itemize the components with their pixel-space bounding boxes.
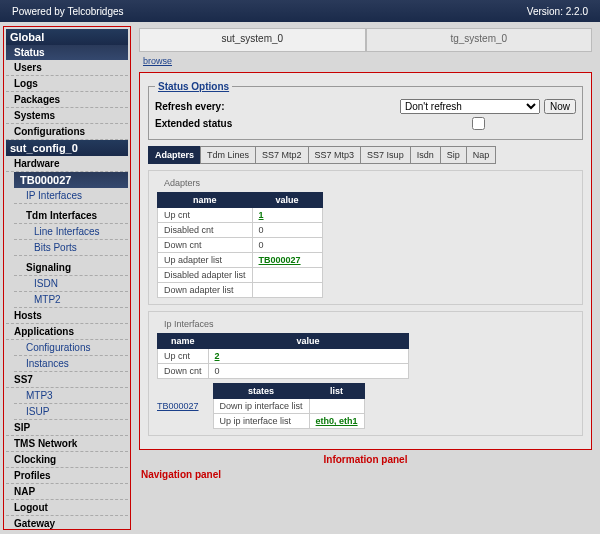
nav-signaling[interactable]: Signaling [14,260,128,276]
table-cell: 0 [252,238,322,253]
table-cell[interactable]: eth0, eth1 [309,414,364,429]
navigation-panel: Global StatusUsersLogsPackagesSystemsCon… [3,26,131,530]
table-cell: Down ip interface list [213,399,309,414]
ip-states-table: stateslist Down ip interface listUp ip i… [213,383,365,429]
app-header: Powered by Telcobridges Version: 2.2.0 [0,0,600,22]
table-cell [309,399,364,414]
nav-gateway[interactable]: Gateway [6,516,128,530]
nav-status[interactable]: Status [6,45,128,60]
table-cell: Up cnt [158,349,209,364]
nav-mtp3[interactable]: MTP3 [14,388,128,404]
nav-hardware[interactable]: Hardware [6,156,128,172]
nav-mtp2[interactable]: MTP2 [14,292,128,308]
now-button[interactable]: Now [544,99,576,114]
adapters-table: namevalue Up cnt1Disabled cnt0Down cnt0U… [157,192,323,298]
table-cell: 0 [252,223,322,238]
nav-global-header: Global [6,29,128,45]
th-states: states [213,384,309,399]
nav-profiles[interactable]: Profiles [6,468,128,484]
nav-hosts[interactable]: Hosts [6,308,128,324]
table-cell: Up adapter list [158,253,253,268]
table-cell[interactable]: 2 [208,349,408,364]
nav-logs[interactable]: Logs [6,76,128,92]
tb-link[interactable]: TB000027 [157,383,199,411]
nav-tms[interactable]: TMS Network [6,436,128,452]
browse-link[interactable]: browse [131,52,600,70]
nav-ip-interfaces[interactable]: IP Interfaces [14,188,128,204]
nav-systems[interactable]: Systems [6,108,128,124]
table-cell: Down adapter list [158,283,253,298]
tab-ss7-mtp2[interactable]: SS7 Mtp2 [255,146,309,164]
nav-logout[interactable]: Logout [6,500,128,516]
extended-status-checkbox[interactable] [472,117,485,130]
nav-users[interactable]: Users [6,60,128,76]
nav-tb-header[interactable]: TB000027 [14,172,128,188]
nav-isup[interactable]: ISUP [14,404,128,420]
nav-clocking[interactable]: Clocking [6,452,128,468]
nav-bits-ports[interactable]: Bits Ports [14,240,128,256]
th-name: name [158,193,253,208]
tab-sip[interactable]: Sip [440,146,467,164]
table-cell: Disabled cnt [158,223,253,238]
tab-nap[interactable]: Nap [466,146,497,164]
nav-configurations[interactable]: Configurations [6,124,128,140]
nav-sut-header: sut_config_0 [6,140,128,156]
nav-nap[interactable]: NAP [6,484,128,500]
table-cell: Down cnt [158,364,209,379]
table-cell: Down cnt [158,238,253,253]
tab-tg-system[interactable]: tg_system_0 [366,28,593,52]
table-cell[interactable]: 1 [252,208,322,223]
nav-packages[interactable]: Packages [6,92,128,108]
status-options-legend: Status Options [155,81,232,92]
tab-sut-system[interactable]: sut_system_0 [139,28,366,52]
nav-sip[interactable]: SIP [6,420,128,436]
tab-isdn[interactable]: Isdn [410,146,441,164]
th-list: list [309,384,364,399]
table-cell: Disabled adapter list [158,268,253,283]
version: Version: 2.2.0 [527,6,588,17]
status-tabs: AdaptersTdm LinesSS7 Mtp2SS7 Mtp3SS7 Isu… [148,146,583,164]
ip-interfaces-fieldset: Ip Interfaces namevalue Up cnt2Down cnt0… [148,311,583,436]
adapters-fieldset: Adapters namevalue Up cnt1Disabled cnt0D… [148,170,583,305]
table-cell: Up ip interface list [213,414,309,429]
nav-tdm-interfaces[interactable]: Tdm Interfaces [14,208,128,224]
nav-app-configurations[interactable]: Configurations [14,340,128,356]
ip-table: namevalue Up cnt2Down cnt0 [157,333,409,379]
table-cell: Up cnt [158,208,253,223]
info-panel-caption: Information panel [131,452,600,467]
ip-interfaces-legend: Ip Interfaces [161,319,217,329]
table-cell [252,283,322,298]
nav-ss7[interactable]: SS7 [6,372,128,388]
information-panel: Status Options Refresh every: Don't refr… [139,72,592,450]
refresh-select[interactable]: Don't refresh [400,99,540,114]
table-cell: 0 [208,364,408,379]
tab-adapters[interactable]: Adapters [148,146,201,164]
powered-by: Powered by Telcobridges [12,6,124,17]
nav-applications[interactable]: Applications [6,324,128,340]
adapters-legend: Adapters [161,178,203,188]
tab-tdm-lines[interactable]: Tdm Lines [200,146,256,164]
system-tabs: sut_system_0 tg_system_0 [139,28,592,52]
refresh-label: Refresh every: [155,101,285,112]
nav-line-interfaces[interactable]: Line Interfaces [14,224,128,240]
tab-ss7-mtp3[interactable]: SS7 Mtp3 [308,146,362,164]
status-options-fieldset: Status Options Refresh every: Don't refr… [148,81,583,140]
tab-ss7-isup[interactable]: SS7 Isup [360,146,411,164]
nav-panel-caption: Navigation panel [139,467,600,482]
extended-status-label: Extended status [155,118,285,129]
th-value: value [252,193,322,208]
table-cell[interactable]: TB000027 [252,253,322,268]
th-value: value [208,334,408,349]
th-name: name [158,334,209,349]
nav-app-instances[interactable]: Instances [14,356,128,372]
nav-isdn[interactable]: ISDN [14,276,128,292]
table-cell [252,268,322,283]
